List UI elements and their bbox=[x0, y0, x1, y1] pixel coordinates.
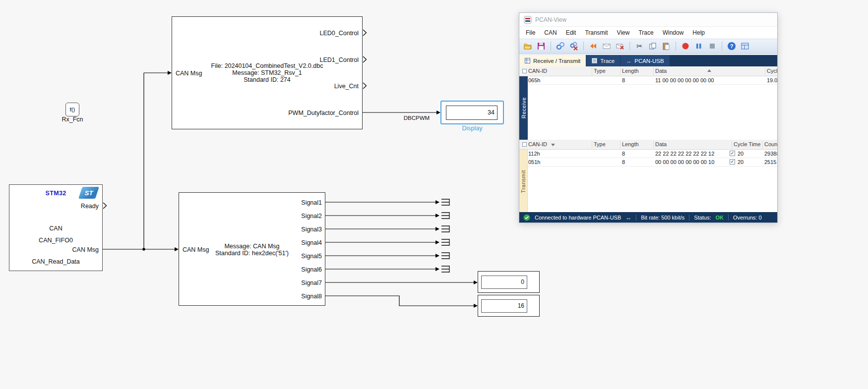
status-separator bbox=[728, 215, 729, 221]
unpack1-port-pwm: PWM_Dutyfactor_Control bbox=[288, 109, 359, 117]
unpack2-port-signal4: Signal4 bbox=[301, 239, 322, 247]
col-type[interactable]: Type bbox=[594, 68, 606, 74]
stm32-port-can: CAN bbox=[9, 224, 102, 232]
col-length[interactable]: Length bbox=[622, 68, 639, 74]
stm32-port-can-fifo0: CAN_FIFO0 bbox=[9, 236, 102, 244]
toolbar-separator bbox=[629, 42, 630, 51]
trace-window-icon bbox=[741, 42, 749, 51]
column-select-icon[interactable] bbox=[522, 142, 527, 147]
trace-tab-icon bbox=[592, 58, 597, 63]
menu-file[interactable]: File bbox=[521, 28, 540, 38]
col-count[interactable]: Count bbox=[764, 141, 777, 147]
connect-button[interactable] bbox=[555, 41, 566, 52]
new-message-button[interactable] bbox=[601, 41, 612, 52]
cell-length: 8 bbox=[622, 77, 625, 83]
cycle-enabled-checkbox[interactable]: ✓ bbox=[730, 159, 735, 165]
display-value: 34 bbox=[446, 106, 497, 120]
menu-trace[interactable]: Trace bbox=[634, 28, 658, 38]
receive-row[interactable]: 065h 8 11 00 00 00 00 00 00 00 19.0 bbox=[528, 76, 777, 85]
reset-button[interactable] bbox=[588, 41, 599, 52]
transmit-row[interactable]: 112h 8 22 22 22 22 22 22 22 12 ✓ 20 2938… bbox=[528, 150, 777, 158]
cell-can-id: 051h bbox=[528, 159, 540, 165]
stop-button[interactable] bbox=[707, 41, 718, 52]
transmit-table-header[interactable]: CAN-ID Type Length Data Cycle Time Count bbox=[519, 140, 777, 150]
receive-side-tab[interactable]: Receive bbox=[519, 76, 528, 140]
column-select-icon[interactable] bbox=[522, 69, 527, 73]
connect-icon bbox=[556, 42, 565, 51]
col-type[interactable]: Type bbox=[594, 141, 606, 147]
check-icon: ✓ bbox=[731, 160, 735, 164]
pcan-view-window: PCAN-View File CAN Edit Transmit View Tr… bbox=[519, 12, 778, 223]
pcan-titlebar[interactable]: PCAN-View bbox=[519, 13, 777, 27]
pcan-content: CAN-ID Type Length Data Cycle Time Recei… bbox=[519, 66, 777, 213]
window-title: PCAN-View bbox=[535, 16, 566, 23]
help-button[interactable]: ? bbox=[726, 41, 737, 52]
pcan-tabbar: Receive / Transmit Trace ↔ PCAN-USB bbox=[519, 54, 777, 66]
cell-cycle-time: 20 bbox=[738, 151, 744, 157]
pause-button[interactable] bbox=[693, 41, 704, 52]
reset-icon bbox=[589, 42, 598, 51]
open-icon bbox=[523, 42, 532, 51]
terminator-blocks bbox=[441, 199, 449, 273]
col-data[interactable]: Data bbox=[655, 68, 667, 74]
can-unpack-dbc-block[interactable]: CAN Msg File: 20240104_CombinedTest_V2.0… bbox=[172, 16, 363, 129]
status-separator bbox=[689, 215, 689, 221]
unpack2-port-signal7: Signal7 bbox=[301, 279, 322, 287]
transmit-row[interactable]: 051h 8 00 00 00 00 00 00 00 10 ✓ 20 2515 bbox=[528, 158, 777, 167]
rx-fcn-block[interactable]: f() bbox=[65, 103, 79, 116]
disconnect-button[interactable] bbox=[568, 41, 579, 52]
transmit-side-tab[interactable]: Transmit bbox=[519, 150, 528, 213]
menu-window[interactable]: Window bbox=[658, 28, 688, 38]
col-can-id[interactable]: CAN-ID bbox=[528, 68, 547, 74]
save-button[interactable] bbox=[536, 41, 547, 52]
can-unpack-signals-block[interactable]: CAN Msg Message: CAN Msg Standard ID: he… bbox=[179, 192, 325, 306]
receive-table-header[interactable]: CAN-ID Type Length Data Cycle Time bbox=[519, 66, 777, 76]
display-block-selected[interactable]: 34 bbox=[440, 101, 504, 124]
cell-length: 8 bbox=[622, 159, 625, 165]
cycle-enabled-checkbox[interactable]: ✓ bbox=[730, 151, 735, 156]
tab-receive-transmit[interactable]: Receive / Transmit bbox=[519, 55, 586, 66]
col-cycle[interactable]: Cycle Time bbox=[767, 68, 777, 74]
pcan-usb-tab-icon: ↔ bbox=[626, 58, 631, 64]
col-cycle-time[interactable]: Cycle Time bbox=[734, 141, 760, 147]
trace-window-button[interactable] bbox=[740, 41, 750, 52]
menu-edit[interactable]: Edit bbox=[561, 28, 581, 38]
col-length[interactable]: Length bbox=[622, 141, 639, 147]
display-block-signal7[interactable]: 0 bbox=[478, 271, 540, 293]
new-message-icon bbox=[602, 42, 611, 51]
delete-message-button[interactable] bbox=[615, 41, 625, 52]
open-button[interactable] bbox=[522, 41, 533, 52]
sort-indicator bbox=[551, 144, 555, 146]
st-logo-icon: ST bbox=[78, 187, 99, 199]
toolbar-separator bbox=[676, 42, 676, 51]
paste-button[interactable] bbox=[661, 41, 672, 52]
save-icon bbox=[537, 42, 546, 51]
col-data[interactable]: Data bbox=[655, 141, 667, 147]
menu-transmit[interactable]: Transmit bbox=[580, 28, 612, 38]
toolbar-separator bbox=[722, 42, 722, 51]
sort-indicator bbox=[707, 69, 711, 72]
cut-icon: ✂ bbox=[636, 42, 642, 50]
stm32-block[interactable]: STM32 ST Ready CAN CAN_FIFO0 CAN Msg CAN… bbox=[9, 184, 103, 271]
unpack1-port-livecnt: Live_Cnt bbox=[334, 82, 359, 90]
menu-help[interactable]: Help bbox=[688, 28, 709, 38]
cut-button[interactable]: ✂ bbox=[634, 41, 645, 52]
unpack2-port-signal5: Signal5 bbox=[301, 252, 322, 260]
tab-pcan-usb[interactable]: ↔ PCAN-USB bbox=[620, 55, 669, 66]
check-icon: ✓ bbox=[731, 151, 735, 156]
display-block-signal8[interactable]: 16 bbox=[478, 295, 540, 317]
menu-view[interactable]: View bbox=[613, 28, 634, 38]
unpack2-port-signal2: Signal2 bbox=[301, 212, 322, 220]
tab-trace[interactable]: Trace bbox=[586, 55, 620, 66]
unpack1-port-led0: LED0_Control bbox=[319, 29, 359, 37]
cell-can-id: 065h bbox=[528, 77, 540, 83]
copy-button[interactable] bbox=[647, 41, 658, 52]
record-button[interactable] bbox=[680, 41, 691, 52]
pcan-menubar: File CAN Edit Transmit View Trace Window… bbox=[519, 27, 777, 39]
connector-icon: ↔ bbox=[625, 214, 631, 221]
menu-can[interactable]: CAN bbox=[540, 28, 561, 38]
col-can-id[interactable]: CAN-ID bbox=[528, 141, 547, 147]
unpack2-port-signal6: Signal6 bbox=[301, 266, 322, 274]
bitrate-text: Bit rate: 500 kbit/s bbox=[641, 215, 684, 221]
disconnect-icon bbox=[569, 42, 578, 51]
